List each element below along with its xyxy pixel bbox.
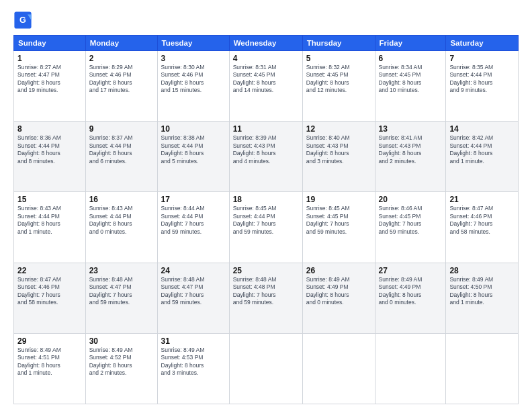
calendar-cell: 9Sunrise: 8:37 AM Sunset: 4:44 PM Daylig… <box>85 122 157 192</box>
calendar-cell: 17Sunrise: 8:44 AM Sunset: 4:44 PM Dayli… <box>157 192 229 263</box>
day-info: Sunrise: 8:35 AM Sunset: 4:44 PM Dayligh… <box>449 64 515 95</box>
day-info: Sunrise: 8:46 AM Sunset: 4:45 PM Dayligh… <box>379 205 443 236</box>
header: G <box>13 11 519 30</box>
day-info: Sunrise: 8:32 AM Sunset: 4:45 PM Dayligh… <box>306 64 371 95</box>
calendar-cell: 10Sunrise: 8:38 AM Sunset: 4:44 PM Dayli… <box>157 122 229 192</box>
day-number: 22 <box>17 266 82 275</box>
calendar-cell: 19Sunrise: 8:45 AM Sunset: 4:45 PM Dayli… <box>302 192 375 263</box>
day-info: Sunrise: 8:43 AM Sunset: 4:44 PM Dayligh… <box>89 205 154 236</box>
day-info: Sunrise: 8:48 AM Sunset: 4:48 PM Dayligh… <box>233 276 299 307</box>
calendar-cell: 11Sunrise: 8:39 AM Sunset: 4:43 PM Dayli… <box>229 122 302 192</box>
day-info: Sunrise: 8:45 AM Sunset: 4:44 PM Dayligh… <box>233 205 299 236</box>
day-number: 5 <box>306 54 371 63</box>
col-header-friday: Friday <box>375 36 446 51</box>
calendar-cell: 25Sunrise: 8:48 AM Sunset: 4:48 PM Dayli… <box>229 263 302 333</box>
day-info: Sunrise: 8:34 AM Sunset: 4:45 PM Dayligh… <box>379 64 443 95</box>
day-info: Sunrise: 8:36 AM Sunset: 4:44 PM Dayligh… <box>17 134 82 165</box>
day-info: Sunrise: 8:49 AM Sunset: 4:51 PM Dayligh… <box>17 347 82 377</box>
day-number: 24 <box>161 266 226 275</box>
col-header-monday: Monday <box>85 36 157 51</box>
day-info: Sunrise: 8:49 AM Sunset: 4:49 PM Dayligh… <box>306 276 371 307</box>
calendar-cell: 27Sunrise: 8:49 AM Sunset: 4:49 PM Dayli… <box>375 263 446 333</box>
day-number: 14 <box>449 124 515 134</box>
calendar-cell: 26Sunrise: 8:49 AM Sunset: 4:49 PM Dayli… <box>302 263 375 333</box>
svg-text:G: G <box>19 15 26 25</box>
calendar-cell: 8Sunrise: 8:36 AM Sunset: 4:44 PM Daylig… <box>14 122 86 192</box>
page: G SundayMondayTuesdayWednesdayThursdayFr… <box>0 0 532 411</box>
day-info: Sunrise: 8:27 AM Sunset: 4:47 PM Dayligh… <box>17 64 82 95</box>
day-info: Sunrise: 8:39 AM Sunset: 4:43 PM Dayligh… <box>233 134 299 165</box>
day-info: Sunrise: 8:38 AM Sunset: 4:44 PM Dayligh… <box>161 134 226 165</box>
day-info: Sunrise: 8:49 AM Sunset: 4:52 PM Dayligh… <box>89 347 154 377</box>
calendar-cell: 20Sunrise: 8:46 AM Sunset: 4:45 PM Dayli… <box>375 192 446 263</box>
day-info: Sunrise: 8:31 AM Sunset: 4:45 PM Dayligh… <box>233 64 299 95</box>
day-info: Sunrise: 8:29 AM Sunset: 4:46 PM Dayligh… <box>89 64 154 95</box>
calendar-cell: 30Sunrise: 8:49 AM Sunset: 4:52 PM Dayli… <box>85 333 157 404</box>
day-number: 17 <box>161 195 226 204</box>
calendar-cell: 6Sunrise: 8:34 AM Sunset: 4:45 PM Daylig… <box>375 51 446 122</box>
calendar-cell: 29Sunrise: 8:49 AM Sunset: 4:51 PM Dayli… <box>14 333 86 404</box>
day-number: 2 <box>89 54 154 63</box>
col-header-tuesday: Tuesday <box>157 36 229 51</box>
day-info: Sunrise: 8:47 AM Sunset: 4:46 PM Dayligh… <box>449 205 515 236</box>
calendar-cell <box>229 333 302 404</box>
day-number: 18 <box>233 195 299 204</box>
day-info: Sunrise: 8:48 AM Sunset: 4:47 PM Dayligh… <box>161 276 226 307</box>
calendar-cell: 13Sunrise: 8:41 AM Sunset: 4:43 PM Dayli… <box>375 122 446 192</box>
day-number: 9 <box>89 124 154 134</box>
day-info: Sunrise: 8:49 AM Sunset: 4:50 PM Dayligh… <box>449 276 515 307</box>
calendar-cell <box>302 333 375 404</box>
day-number: 30 <box>89 336 154 346</box>
calendar-cell: 14Sunrise: 8:42 AM Sunset: 4:44 PM Dayli… <box>446 122 519 192</box>
day-number: 15 <box>17 195 82 204</box>
day-number: 20 <box>379 195 443 204</box>
calendar-table: SundayMondayTuesdayWednesdayThursdayFrid… <box>13 35 519 404</box>
day-number: 16 <box>89 195 154 204</box>
day-number: 25 <box>233 266 299 275</box>
day-number: 31 <box>161 336 226 346</box>
day-info: Sunrise: 8:40 AM Sunset: 4:43 PM Dayligh… <box>306 134 371 165</box>
day-info: Sunrise: 8:49 AM Sunset: 4:53 PM Dayligh… <box>161 347 226 377</box>
calendar-cell: 12Sunrise: 8:40 AM Sunset: 4:43 PM Dayli… <box>302 122 375 192</box>
calendar-cell: 31Sunrise: 8:49 AM Sunset: 4:53 PM Dayli… <box>157 333 229 404</box>
calendar-cell: 3Sunrise: 8:30 AM Sunset: 4:46 PM Daylig… <box>157 51 229 122</box>
calendar-cell: 16Sunrise: 8:43 AM Sunset: 4:44 PM Dayli… <box>85 192 157 263</box>
day-info: Sunrise: 8:42 AM Sunset: 4:44 PM Dayligh… <box>449 134 515 165</box>
day-info: Sunrise: 8:30 AM Sunset: 4:46 PM Dayligh… <box>161 64 226 95</box>
calendar-cell: 1Sunrise: 8:27 AM Sunset: 4:47 PM Daylig… <box>14 51 86 122</box>
day-info: Sunrise: 8:49 AM Sunset: 4:49 PM Dayligh… <box>379 276 443 307</box>
calendar-header: SundayMondayTuesdayWednesdayThursdayFrid… <box>14 36 519 51</box>
logo-icon: G <box>13 11 32 30</box>
day-number: 29 <box>17 336 82 346</box>
calendar-cell: 24Sunrise: 8:48 AM Sunset: 4:47 PM Dayli… <box>157 263 229 333</box>
calendar-cell: 22Sunrise: 8:47 AM Sunset: 4:46 PM Dayli… <box>14 263 86 333</box>
day-info: Sunrise: 8:44 AM Sunset: 4:44 PM Dayligh… <box>161 205 226 236</box>
day-info: Sunrise: 8:48 AM Sunset: 4:47 PM Dayligh… <box>89 276 154 307</box>
day-number: 27 <box>379 266 443 275</box>
day-number: 11 <box>233 124 299 134</box>
day-number: 4 <box>233 54 299 63</box>
col-header-thursday: Thursday <box>302 36 375 51</box>
day-number: 3 <box>161 54 226 63</box>
day-info: Sunrise: 8:43 AM Sunset: 4:44 PM Dayligh… <box>17 205 82 236</box>
day-info: Sunrise: 8:45 AM Sunset: 4:45 PM Dayligh… <box>306 205 371 236</box>
calendar-cell: 2Sunrise: 8:29 AM Sunset: 4:46 PM Daylig… <box>85 51 157 122</box>
day-number: 8 <box>17 124 82 134</box>
calendar-cell: 18Sunrise: 8:45 AM Sunset: 4:44 PM Dayli… <box>229 192 302 263</box>
day-number: 7 <box>449 54 515 63</box>
day-number: 6 <box>379 54 443 63</box>
day-number: 10 <box>161 124 226 134</box>
calendar-cell: 7Sunrise: 8:35 AM Sunset: 4:44 PM Daylig… <box>446 51 519 122</box>
col-header-wednesday: Wednesday <box>229 36 302 51</box>
calendar-cell: 28Sunrise: 8:49 AM Sunset: 4:50 PM Dayli… <box>446 263 519 333</box>
calendar-cell: 15Sunrise: 8:43 AM Sunset: 4:44 PM Dayli… <box>14 192 86 263</box>
calendar-cell: 23Sunrise: 8:48 AM Sunset: 4:47 PM Dayli… <box>85 263 157 333</box>
calendar-cell: 21Sunrise: 8:47 AM Sunset: 4:46 PM Dayli… <box>446 192 519 263</box>
calendar-cell <box>375 333 446 404</box>
col-header-saturday: Saturday <box>446 36 519 51</box>
day-number: 26 <box>306 266 371 275</box>
logo: G <box>13 11 34 30</box>
day-info: Sunrise: 8:41 AM Sunset: 4:43 PM Dayligh… <box>379 134 443 165</box>
day-number: 19 <box>306 195 371 204</box>
day-number: 13 <box>379 124 443 134</box>
